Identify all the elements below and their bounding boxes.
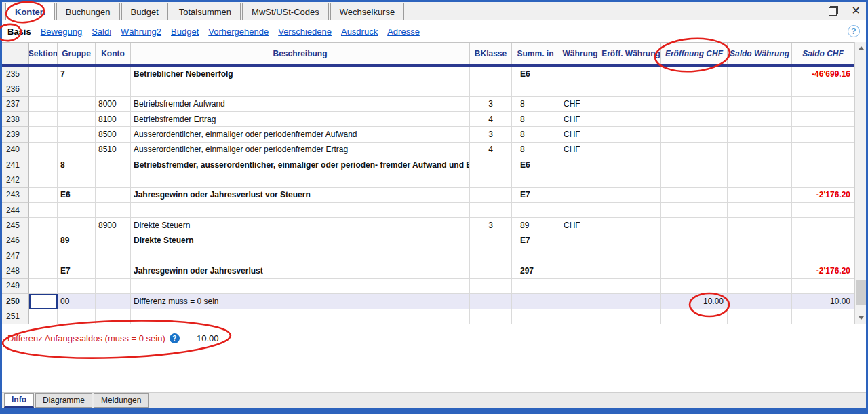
cell-saldoc[interactable] (728, 279, 792, 294)
cell-besch[interactable]: Direkte Steuern (131, 218, 470, 233)
cell-openc[interactable] (601, 81, 661, 96)
cell-openc[interactable] (601, 143, 661, 157)
cell-sektion[interactable] (29, 127, 58, 142)
cell-curr[interactable] (559, 294, 601, 309)
cell-besch[interactable]: Direkte Steuern (131, 233, 470, 248)
cell-sektion[interactable] (29, 248, 58, 263)
cell-bklasse[interactable] (470, 67, 512, 81)
cell-saldoc[interactable] (728, 248, 792, 263)
view-link-vorhergehende[interactable]: Vorhergehende (208, 26, 269, 37)
cell-saldoc[interactable] (728, 172, 792, 187)
cell-saldoc[interactable] (728, 188, 792, 203)
column-header-curr[interactable]: Währung (559, 43, 601, 64)
row-number[interactable]: 241 (2, 157, 29, 172)
row-number[interactable]: 240 (2, 143, 29, 157)
cell-saldoc[interactable] (728, 97, 792, 112)
cell-saldoc[interactable] (728, 81, 792, 96)
select-all-corner[interactable] (2, 43, 29, 64)
cell-gruppe[interactable] (58, 143, 96, 157)
cell-besch[interactable]: Differenz muss = 0 sein (131, 294, 470, 309)
cell-konto[interactable] (96, 294, 131, 309)
cell-summ[interactable]: E7 (512, 233, 559, 248)
cell-besch[interactable] (131, 203, 470, 218)
cell-bklasse[interactable] (470, 233, 512, 248)
column-header-openc[interactable]: Eröff. Währung (601, 43, 661, 64)
cell-besch[interactable]: Ausserordentlicher, einmaliger oder peri… (131, 127, 470, 142)
view-link-adresse[interactable]: Adresse (387, 26, 420, 37)
cell-curr[interactable]: CHF (559, 112, 601, 127)
row-number[interactable]: 249 (2, 279, 29, 294)
cell-besch[interactable]: Betriebsfremder, ausserordentlicher, ein… (131, 157, 470, 172)
cell-summ[interactable] (512, 172, 559, 187)
cell-openchf[interactable] (661, 203, 728, 218)
cell-bklasse[interactable] (470, 263, 512, 278)
scroll-down-icon[interactable] (855, 312, 867, 324)
column-header-sektion[interactable]: Sektion (29, 43, 58, 64)
cell-gruppe[interactable]: 8 (58, 157, 96, 172)
cell-openchf[interactable] (661, 263, 728, 278)
view-link-saldi[interactable]: Saldi (92, 26, 111, 37)
cell-gruppe[interactable] (58, 218, 96, 233)
cell-konto[interactable] (96, 248, 131, 263)
cell-gruppe[interactable] (58, 203, 96, 218)
cell-sektion[interactable] (29, 157, 58, 172)
cell-openc[interactable] (601, 112, 661, 127)
view-link-verschiedene[interactable]: Verschiedene (278, 26, 332, 37)
cell-sektion[interactable] (29, 188, 58, 203)
cell-curr[interactable]: CHF (559, 143, 601, 157)
cell-openchf[interactable] (661, 81, 728, 96)
cell-gruppe[interactable] (58, 81, 96, 96)
cell-saldoc[interactable] (728, 112, 792, 127)
column-header-summ[interactable]: Summ. in (512, 43, 559, 64)
help-badge-icon[interactable]: ? (170, 333, 180, 343)
cell-sektion[interactable] (29, 279, 58, 294)
cell-saldoc[interactable] (728, 67, 792, 81)
cell-besch[interactable]: Jahresgewinn oder Jahresverlust (131, 263, 470, 278)
cell-openchf[interactable] (661, 233, 728, 248)
cell-curr[interactable] (559, 188, 601, 203)
cell-saldochf[interactable] (792, 157, 854, 172)
cell-bklasse[interactable]: 4 (470, 112, 512, 127)
cell-saldoc[interactable] (728, 218, 792, 233)
cell-saldochf[interactable] (792, 81, 854, 96)
column-header-saldoc[interactable]: Saldo Währung (728, 43, 792, 64)
cell-curr[interactable] (559, 157, 601, 172)
cell-summ[interactable]: E6 (512, 157, 559, 172)
cell-openchf[interactable] (661, 172, 728, 187)
cell-sektion[interactable] (29, 309, 58, 324)
scrollbar-thumb[interactable] (856, 280, 866, 305)
cell-konto[interactable] (96, 279, 131, 294)
cell-sektion[interactable] (29, 233, 58, 248)
row-number[interactable]: 239 (2, 127, 29, 142)
cell-curr[interactable] (559, 172, 601, 187)
cell-summ[interactable]: 89 (512, 218, 559, 233)
cell-saldoc[interactable] (728, 157, 792, 172)
cell-saldochf[interactable]: -46'699.16 (792, 67, 854, 81)
cell-openchf[interactable] (661, 279, 728, 294)
cell-besch[interactable]: Jahresgewinn oder Jahresverlust vor Steu… (131, 188, 470, 203)
view-link-währung2[interactable]: Währung2 (121, 26, 161, 37)
column-header-gruppe[interactable]: Gruppe (58, 43, 96, 64)
cell-besch[interactable]: Betrieblicher Nebenerfolg (131, 67, 470, 81)
cell-bklasse[interactable] (470, 279, 512, 294)
cell-summ[interactable] (512, 248, 559, 263)
cell-saldochf[interactable] (792, 233, 854, 248)
cell-openchf[interactable] (661, 97, 728, 112)
cell-openc[interactable] (601, 157, 661, 172)
view-link-ausdruck[interactable]: Ausdruck (341, 26, 378, 37)
cell-sektion[interactable] (29, 81, 58, 96)
cell-sektion[interactable] (29, 97, 58, 112)
cell-summ[interactable] (512, 279, 559, 294)
cell-konto[interactable] (96, 233, 131, 248)
cell-sektion[interactable] (29, 203, 58, 218)
cell-curr[interactable]: CHF (559, 127, 601, 142)
column-header-konto[interactable]: Konto (96, 43, 131, 64)
cell-konto[interactable]: 8900 (96, 218, 131, 233)
cell-gruppe[interactable] (58, 97, 96, 112)
cell-openchf[interactable] (661, 67, 728, 81)
cell-saldochf[interactable] (792, 248, 854, 263)
cell-openc[interactable] (601, 263, 661, 278)
cell-openc[interactable] (601, 294, 661, 309)
restore-window-icon[interactable] (829, 6, 838, 16)
cell-konto[interactable] (96, 309, 131, 324)
